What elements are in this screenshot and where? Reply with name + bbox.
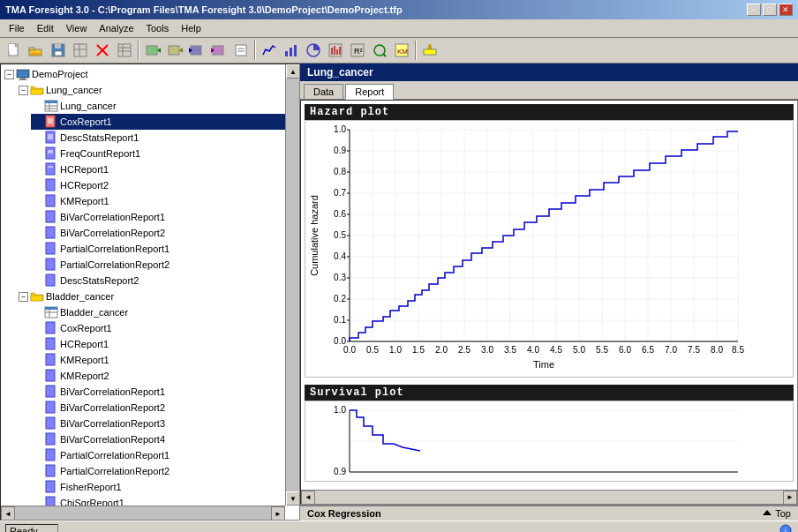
toolbar-import1[interactable] (142, 40, 163, 61)
tree-item-bladder-data[interactable]: Bladder_cancer (31, 304, 297, 320)
toolbar-delete[interactable] (92, 40, 113, 61)
toolbar-chart3[interactable] (303, 40, 324, 61)
tree-label-bcox1: CoxReport1 (60, 323, 112, 333)
toolbar-new[interactable] (4, 40, 25, 61)
status-text: Ready (5, 524, 58, 532)
svg-text:6.0: 6.0 (619, 345, 631, 355)
tree-item-bkm1[interactable]: KMReport1 (31, 352, 297, 368)
tree-item-cox1[interactable]: CoxReport1 (31, 114, 297, 130)
toolbar-table[interactable] (114, 40, 135, 61)
tree-item-bpartial1[interactable]: PartialCorrelationReport1 (31, 447, 297, 463)
tree-item-hc2[interactable]: HCReport2 (31, 177, 297, 193)
hscroll-right-btn[interactable]: ► (271, 506, 285, 521)
tree-toggle-lung[interactable]: − (19, 86, 28, 95)
menu-analyze[interactable]: Analyze (94, 21, 139, 35)
tree-item-bpartial2[interactable]: PartialCorrelationReport2 (31, 463, 297, 479)
svg-marker-45 (427, 44, 433, 49)
tree-item-freq1[interactable]: FreqCountReport1 (31, 146, 297, 161)
tree-item-bcox1[interactable]: CoxReport1 (31, 320, 297, 336)
menu-edit[interactable]: Edit (32, 21, 59, 35)
tree-item-bbivar1[interactable]: BiVarCorrelationReport1 (31, 384, 297, 400)
toolbar-analyze3[interactable]: KM (391, 40, 412, 61)
svg-rect-67 (46, 179, 55, 191)
menu-help[interactable]: Help (176, 21, 207, 35)
svg-rect-9 (74, 44, 87, 56)
tree-toggle-root[interactable]: − (4, 70, 14, 79)
svg-text:1.0: 1.0 (334, 405, 346, 415)
tree-item-root[interactable]: − DemoProject (3, 66, 297, 82)
tree-label-bbivar1: BiVarCorrelationReport1 (60, 386, 165, 397)
svg-rect-50 (45, 101, 57, 103)
tree-item-desc1[interactable]: DescStatsReport1 (31, 130, 297, 146)
toolbar-chart1[interactable] (259, 40, 280, 61)
menu-view[interactable]: View (61, 21, 93, 35)
tree-item-partial1[interactable]: PartialCorrelationReport1 (31, 241, 297, 257)
toolbar-export1[interactable] (186, 40, 207, 61)
report-icon-bfisher1 (44, 480, 58, 494)
tab-data[interactable]: Data (304, 84, 343, 99)
minimize-button[interactable]: − (747, 4, 761, 16)
content-hscroll-left[interactable]: ◄ (301, 491, 315, 505)
hscroll-left-btn[interactable]: ◄ (1, 506, 15, 521)
tree-item-bhc1[interactable]: HCReport1 (31, 336, 297, 352)
tree-label-partial1: PartialCorrelationReport1 (60, 244, 169, 254)
tree-item-lung-data[interactable]: Lung_cancer (31, 98, 297, 114)
scroll-down-btn[interactable]: ▼ (286, 491, 300, 506)
tree-label-bbivar3: BiVarCorrelationReport3 (60, 418, 165, 429)
toolbar-export3[interactable] (230, 40, 252, 61)
tree-item-bivar2[interactable]: BiVarCorrelationReport2 (31, 225, 297, 241)
top-button[interactable]: Top (762, 508, 791, 519)
scroll-up-btn[interactable]: ▲ (286, 64, 300, 79)
report-icon-km1 (44, 194, 58, 208)
maximize-button[interactable]: □ (763, 4, 777, 16)
toolbar-import2[interactable] (164, 40, 185, 61)
svg-text:0.9: 0.9 (334, 467, 346, 476)
tree-vscrollbar[interactable]: ▲ ▼ (285, 64, 299, 506)
report-icon-hc1 (44, 162, 58, 176)
panel-header: Lung_cancer (300, 64, 798, 81)
toolbar-analyze1[interactable]: R² (347, 40, 368, 61)
toolbar-highlight[interactable] (419, 40, 440, 61)
toolbar-open[interactable] (26, 40, 47, 61)
svg-text:5.0: 5.0 (573, 345, 585, 355)
report-icon-selected (44, 115, 58, 129)
svg-rect-85 (46, 433, 55, 445)
content-hscroll-right[interactable]: ► (783, 491, 797, 505)
tree-item-bladder-folder[interactable]: − Bladder_cancer (17, 288, 297, 304)
tree-item-bbivar3[interactable]: BiVarCorrelationReport3 (31, 416, 297, 431)
report-icon-partial1 (44, 242, 58, 256)
svg-marker-19 (157, 48, 161, 53)
tree-label-bpartial2: PartialCorrelationReport2 (60, 466, 169, 476)
tree-item-km1[interactable]: KMReport1 (31, 193, 297, 209)
toolbar-export2[interactable] (208, 40, 230, 61)
svg-text:2.5: 2.5 (458, 345, 471, 355)
content-scroll[interactable]: Hazard plot (301, 101, 797, 490)
toolbar-save[interactable] (48, 40, 69, 61)
hazard-plot-title: Hazard plot (305, 104, 794, 120)
svg-rect-47 (20, 78, 26, 79)
hazard-plot-section: Hazard plot (305, 104, 794, 378)
tree-item-desc2[interactable]: DescStatsReport2 (31, 273, 297, 288)
tree-label-bkm1: KMReport1 (60, 355, 109, 365)
toolbar-chart4[interactable] (325, 40, 346, 61)
tab-report[interactable]: Report (345, 84, 394, 100)
tree-item-bfisher1[interactable]: FisherReport1 (31, 479, 297, 495)
svg-text:0.6: 0.6 (334, 209, 346, 219)
tree-item-bivar1[interactable]: BiVarCorrelationReport1 (31, 209, 297, 225)
tree-item-bkm2[interactable]: KMReport2 (31, 368, 297, 384)
tree-item-lung-folder[interactable]: − Lung_cancer (17, 82, 297, 98)
tree-item-hc1[interactable]: HCReport1 (31, 161, 297, 177)
svg-rect-70 (46, 227, 55, 238)
toolbar-chart2[interactable] (281, 40, 302, 61)
tree-item-bbivar4[interactable]: BiVarCorrelationReport4 (31, 431, 297, 447)
tree-item-partial2[interactable]: PartialCorrelationReport2 (31, 257, 297, 273)
toolbar-grid[interactable] (70, 40, 91, 61)
toolbar-analyze2[interactable] (369, 40, 390, 61)
menu-file[interactable]: File (4, 21, 30, 35)
tree-label-partial2: PartialCorrelationReport2 (60, 259, 169, 270)
tree-item-bbivar2[interactable]: BiVarCorrelationReport2 (31, 400, 297, 416)
tree-toggle-bladder[interactable]: − (19, 292, 28, 302)
menu-tools[interactable]: Tools (141, 21, 175, 35)
tree-scroll[interactable]: − DemoProject − Lung_cancer (1, 64, 299, 520)
close-button[interactable]: ✕ (779, 4, 793, 16)
